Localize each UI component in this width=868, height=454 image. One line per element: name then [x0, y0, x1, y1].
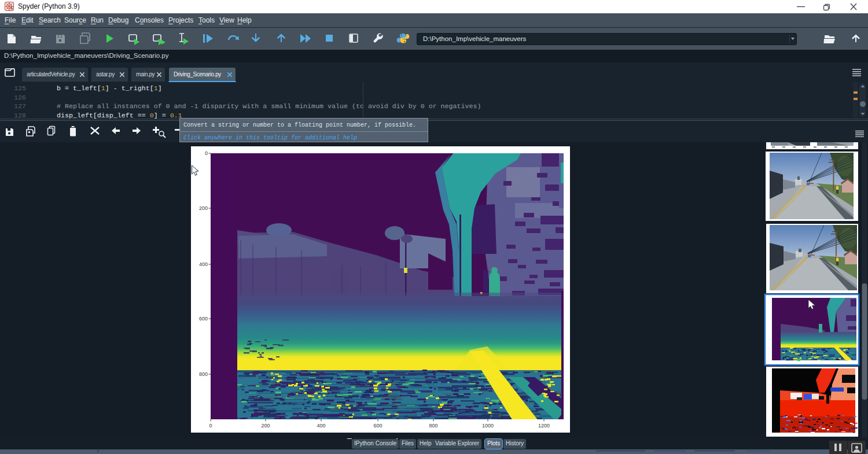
svg-text:800: 800 [429, 423, 437, 429]
svg-text:600: 600 [199, 316, 208, 322]
svg-text:1200: 1200 [538, 423, 550, 429]
svg-text:S: S [10, 6, 13, 11]
svg-text:800: 800 [199, 371, 208, 377]
svg-text:0: 0 [205, 150, 208, 156]
svg-text:600: 600 [373, 423, 382, 429]
svg-text:200: 200 [261, 423, 270, 429]
svg-text:1000: 1000 [482, 423, 494, 429]
svg-text:0: 0 [209, 423, 212, 429]
svg-text:400: 400 [317, 423, 325, 429]
svg-text:200: 200 [199, 205, 208, 211]
svg-text:400: 400 [199, 261, 208, 267]
